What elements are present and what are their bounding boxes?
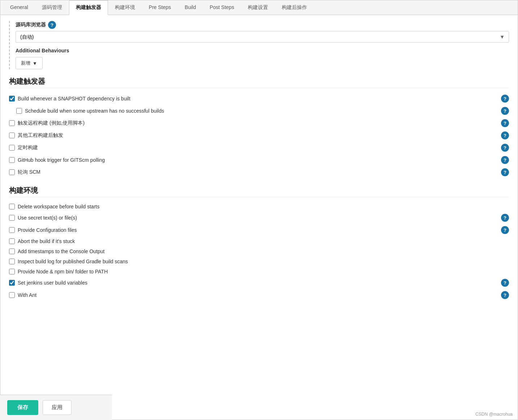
tab-post-steps[interactable]: Post Steps [203,0,241,15]
save-button[interactable]: 保存 [7,400,38,415]
checkbox-schedule-upstream[interactable] [16,108,22,114]
help-icon-cron-trigger[interactable]: ? [501,144,509,152]
checkbox-left-secret-text: Use secret text(s) or file(s) [9,215,77,221]
checkbox-label-github-hook-trigger: GitHub hook trigger for GITScm polling [18,157,105,163]
checkbox-row-delete-workspace: Delete workspace before build starts [9,202,509,212]
tab-build-trigger[interactable]: 构建触发器 [69,0,108,15]
help-icon-scm-poll[interactable]: ? [501,168,509,176]
checkbox-left-schedule-upstream: Schedule build when some upstream has no… [16,108,164,114]
add-btn-label: 新增 [21,60,30,66]
checkbox-cron-trigger[interactable] [9,145,15,151]
checkbox-label-schedule-upstream: Schedule build when some upstream has no… [25,108,164,114]
checkbox-row-secret-text: Use secret text(s) or file(s)? [9,212,509,224]
checkbox-secret-text[interactable] [9,215,15,221]
build-trigger-heading: 构建触发器 [9,77,509,88]
checkbox-label-inspect-gradle: Inspect build log for published Gradle b… [18,259,128,264]
tab-post-build[interactable]: 构建后操作 [275,0,314,15]
checkbox-row-abort-stuck: Abort the build if it's stuck [9,236,509,246]
checkbox-row-inspect-gradle: Inspect build log for published Gradle b… [9,256,509,267]
main-content: 源码库浏览器 ? (自动) ▼ Additional Behaviours 新增… [0,15,518,307]
checkbox-delete-workspace[interactable] [9,204,15,209]
build-env-heading: 构建环境 [9,186,509,197]
checkbox-left-jenkins-user-vars: Set jenkins user build variables [9,280,87,286]
checkbox-label-abort-stuck: Abort the build if it's stuck [18,238,75,244]
checkbox-row-with-ant: With Ant? [9,289,509,301]
checkbox-left-delete-workspace: Delete workspace before build starts [9,204,99,209]
checkbox-with-ant[interactable] [9,292,15,298]
checkbox-left-inspect-gradle: Inspect build log for published Gradle b… [9,259,128,264]
help-icon-other-project-trigger[interactable]: ? [501,131,509,139]
checkbox-row-snapshot-trigger: Build whenever a SNAPSHOT dependency is … [9,92,509,105]
checkbox-other-project-trigger[interactable] [9,133,15,138]
checkbox-label-snapshot-trigger: Build whenever a SNAPSHOT dependency is … [18,96,130,101]
help-icon-snapshot-trigger[interactable]: ? [501,95,509,103]
checkbox-label-secret-text: Use secret text(s) or file(s) [18,215,77,221]
build-trigger-items: Build whenever a SNAPSHOT dependency is … [9,92,509,178]
checkbox-label-cron-trigger: 定时构建 [18,144,38,151]
checkbox-row-remote-trigger: 触发远程构建 (例如,使用脚本)? [9,117,509,129]
source-browser-section: 源码库浏览器 ? (自动) ▼ Additional Behaviours 新增… [9,21,509,69]
help-icon-with-ant[interactable]: ? [501,291,509,299]
checkbox-left-cron-trigger: 定时构建 [9,144,38,151]
checkbox-left-provide-config: Provide Configuration files [9,227,77,233]
checkbox-inspect-gradle[interactable] [9,259,15,264]
help-icon-secret-text[interactable]: ? [501,214,509,222]
tab-build[interactable]: Build [178,0,203,15]
page-wrapper: General源码管理构建触发器构建环境Pre StepsBuildPost S… [0,0,518,420]
checkbox-left-github-hook-trigger: GitHub hook trigger for GITScm polling [9,157,105,163]
help-icon-provide-config[interactable]: ? [501,226,509,234]
checkbox-left-with-ant: With Ant [9,292,36,298]
checkbox-label-jenkins-user-vars: Set jenkins user build variables [18,280,87,286]
source-browser-help-icon[interactable]: ? [48,21,56,29]
checkbox-github-hook-trigger[interactable] [9,157,15,163]
checkbox-label-with-ant: With Ant [18,292,36,298]
source-browser-select-wrapper: (自动) ▼ [16,31,509,43]
source-browser-label: 源码库浏览器 ? [16,21,509,29]
checkbox-label-scm-poll: 轮询 SCM [18,169,40,176]
checkbox-provide-config[interactable] [9,227,15,233]
checkbox-node-npm[interactable] [9,269,15,274]
tab-general[interactable]: General [3,0,35,15]
checkbox-left-remote-trigger: 触发远程构建 (例如,使用脚本) [9,120,85,126]
tab-pre-steps[interactable]: Pre Steps [142,0,178,15]
tab-source-mgmt[interactable]: 源码管理 [35,0,69,15]
checkbox-label-timestamps: Add timestamps to the Console Output [18,248,104,254]
checkbox-scm-poll[interactable] [9,169,15,175]
add-behaviour-button[interactable]: 新增 ▼ [16,57,43,69]
additional-behaviours-label: Additional Behaviours [16,48,509,53]
help-icon-github-hook-trigger[interactable]: ? [501,156,509,164]
checkbox-row-github-hook-trigger: GitHub hook trigger for GITScm polling? [9,154,509,166]
checkbox-abort-stuck[interactable] [9,238,15,244]
checkbox-label-provide-config: Provide Configuration files [18,227,77,233]
checkbox-row-timestamps: Add timestamps to the Console Output [9,246,509,256]
checkbox-left-scm-poll: 轮询 SCM [9,169,40,176]
checkbox-row-scm-poll: 轮询 SCM? [9,166,509,178]
checkbox-row-cron-trigger: 定时构建? [9,142,509,154]
checkbox-snapshot-trigger[interactable] [9,96,15,101]
help-icon-schedule-upstream[interactable]: ? [501,107,509,115]
checkbox-row-node-npm: Provide Node & npm bin/ folder to PATH [9,267,509,277]
checkbox-label-node-npm: Provide Node & npm bin/ folder to PATH [18,269,108,274]
checkbox-label-other-project-trigger: 其他工程构建后触发 [18,132,63,139]
checkbox-row-other-project-trigger: 其他工程构建后触发? [9,129,509,142]
watermark: CSDN @macrohua [475,412,513,417]
checkbox-left-node-npm: Provide Node & npm bin/ folder to PATH [9,269,108,274]
checkbox-row-jenkins-user-vars: Set jenkins user build variables? [9,277,509,289]
tabs-bar: General源码管理构建触发器构建环境Pre StepsBuildPost S… [0,0,518,15]
checkbox-jenkins-user-vars[interactable] [9,280,15,286]
checkbox-remote-trigger[interactable] [9,120,15,126]
tab-build-env[interactable]: 构建环境 [108,0,142,15]
apply-button[interactable]: 应用 [43,400,72,415]
checkbox-label-remote-trigger: 触发远程构建 (例如,使用脚本) [18,120,85,126]
checkbox-timestamps[interactable] [9,248,15,254]
checkbox-label-delete-workspace: Delete workspace before build starts [18,204,99,209]
checkbox-left-abort-stuck: Abort the build if it's stuck [9,238,75,244]
tab-build-settings[interactable]: 构建设置 [241,0,275,15]
source-browser-select[interactable]: (自动) [16,31,509,43]
checkbox-left-snapshot-trigger: Build whenever a SNAPSHOT dependency is … [9,96,130,101]
help-icon-remote-trigger[interactable]: ? [501,119,509,127]
help-icon-jenkins-user-vars[interactable]: ? [501,279,509,287]
add-btn-dropdown-arrow-icon: ▼ [33,61,37,66]
checkbox-row-provide-config: Provide Configuration files? [9,224,509,236]
checkbox-left-other-project-trigger: 其他工程构建后触发 [9,132,63,139]
